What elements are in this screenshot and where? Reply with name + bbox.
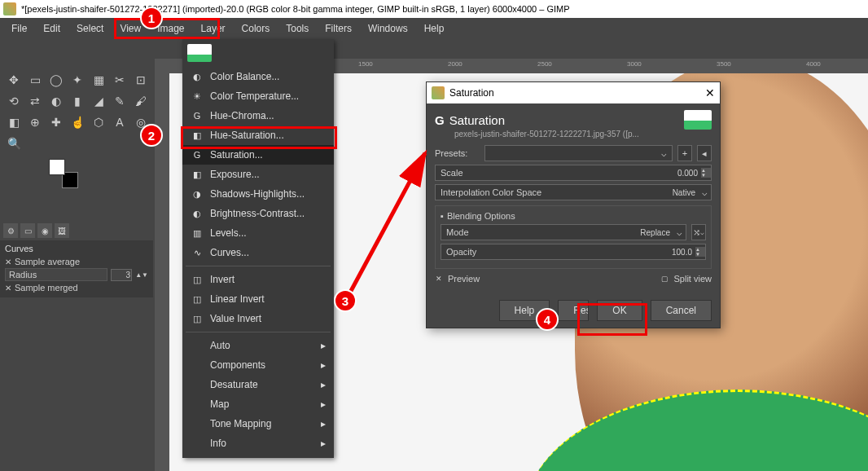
menubar: File Edit Select View Image Layer Colors… (0, 18, 868, 39)
dialog-icon (432, 86, 445, 99)
tab-images[interactable]: 🖼 (55, 223, 69, 238)
preset-menu-button[interactable]: ◂ (697, 145, 712, 161)
menu-view[interactable]: View (112, 20, 149, 37)
opacity-input[interactable]: Opacity 100.0 ▲▼ (441, 244, 706, 260)
close-icon[interactable]: ✕ (5, 284, 11, 293)
menu-select[interactable]: Select (68, 20, 112, 37)
ok-button[interactable]: OK (597, 300, 642, 321)
chevron-right-icon: ▸ (321, 418, 326, 429)
menu-components[interactable]: Components▸ (182, 355, 334, 375)
chevron-down-icon: ⌵ (699, 187, 711, 198)
scale-input[interactable]: Scale 0.000 ▲▼ (435, 165, 712, 181)
menu-color-temperature[interactable]: ☀Color Temperature... (182, 86, 334, 106)
dialog-subtitle: pexels-justin-shaifer-501272-1222271.jpg… (454, 130, 712, 139)
fg-bg-colors[interactable] (49, 159, 78, 188)
fg-color-swatch[interactable] (49, 159, 65, 175)
close-icon[interactable]: ✕ (5, 258, 11, 266)
tab-device[interactable]: ▭ (20, 223, 35, 238)
menu-tools[interactable]: Tools (278, 20, 317, 37)
tool-crop[interactable]: ✂ (109, 69, 130, 90)
tab-tool-options[interactable]: ⚙ (3, 223, 18, 238)
menu-curves[interactable]: ∿Curves... (182, 243, 334, 262)
tool-rect-select[interactable]: ▭ (24, 69, 46, 90)
menu-tone-mapping[interactable]: Tone Mapping▸ (182, 414, 334, 434)
dialog-titlebar[interactable]: Saturation ✕ (427, 82, 720, 103)
menu-help[interactable]: Help (416, 20, 453, 37)
menu-image[interactable]: Image (149, 20, 192, 37)
tool-fuzzy-select[interactable]: ✦ (67, 69, 88, 90)
tool-gradient[interactable]: ◢ (88, 90, 109, 112)
mode-combo[interactable]: Mode Replace ⌵ (441, 224, 686, 240)
menu-color-balance[interactable]: ◐Color Balance... (182, 67, 334, 86)
menu-file[interactable]: File (3, 20, 35, 37)
cancel-button[interactable]: Cancel (651, 300, 712, 321)
menu-layer[interactable]: Layer (193, 20, 234, 37)
help-button[interactable]: Help (499, 300, 550, 321)
sample-average-label: Sample average (15, 257, 80, 266)
menu-info[interactable]: Info▸ (182, 434, 334, 453)
interpolation-combo[interactable]: Interpolation Color Space Native ⌵ (435, 184, 712, 200)
menu-desaturate[interactable]: Desaturate▸ (182, 375, 334, 394)
presets-combo[interactable]: ⌵ (484, 145, 673, 161)
menu-hue-saturation[interactable]: ◧Hue-Saturation... (182, 125, 334, 145)
tool-smudge[interactable]: ☝ (67, 112, 88, 133)
app-icon (3, 2, 16, 15)
tool-perspective[interactable]: ◐ (46, 90, 67, 112)
tool-zoom[interactable]: 🔍 (3, 133, 24, 154)
chevron-right-icon: ▸ (321, 398, 326, 410)
tool-measure[interactable]: ◎ (130, 112, 151, 133)
tool-brush[interactable]: 🖌 (130, 90, 151, 112)
tool-text[interactable]: A (109, 112, 130, 133)
tool-free-select[interactable]: ◯ (46, 69, 67, 90)
menu-map[interactable]: Map▸ (182, 394, 334, 414)
radius-input[interactable] (111, 269, 132, 281)
tool-pencil[interactable]: ✎ (109, 90, 130, 112)
menu-linear-invert[interactable]: ◫Linear Invert (182, 289, 334, 309)
tool-eraser[interactable]: ◧ (3, 112, 24, 133)
menu-hue-chroma[interactable]: GHue-Chroma... (182, 106, 334, 125)
menu-value-invert[interactable]: ◫Value Invert (182, 309, 334, 328)
splitview-checkbox[interactable]: ▢ (661, 275, 669, 283)
tool-bucket[interactable]: ▮ (67, 90, 88, 112)
window-title: *[pexels-justin-shaifer-501272-1222271] … (21, 4, 570, 14)
dialog-heading: GSaturation (435, 110, 712, 130)
mode-switch-button[interactable]: ⤭⌵ (691, 224, 706, 240)
menu-colors[interactable]: Colors (234, 20, 278, 37)
preset-add-button[interactable]: + (677, 145, 692, 161)
menu-brightness-contrast[interactable]: ◐Brightness-Contrast... (182, 204, 334, 223)
chevron-down-icon: ⌵ (673, 227, 686, 238)
menu-invert[interactable]: ◫Invert (182, 270, 334, 289)
presets-label: Presets: (435, 148, 480, 158)
menu-auto[interactable]: Auto▸ (182, 336, 334, 355)
ruler-vertical (155, 73, 169, 471)
chevron-right-icon: ▸ (321, 359, 326, 371)
collapse-icon[interactable]: ▪ (441, 211, 444, 221)
tool-options-panel: Curves ✕Sample average Radius▲▼ ✕Sample … (0, 240, 153, 297)
tool-rotate[interactable]: ⊡ (130, 69, 151, 90)
menu-saturation[interactable]: GSaturation... (182, 145, 334, 165)
sample-merged-label: Sample merged (15, 283, 78, 293)
menu-levels[interactable]: ▥Levels... (182, 223, 334, 243)
menu-windows[interactable]: Windows (360, 20, 416, 37)
panel-title: Curves (5, 244, 148, 253)
tool-move[interactable]: ✥ (3, 69, 24, 90)
menu-exposure[interactable]: ◧Exposure... (182, 165, 334, 184)
window-titlebar: *[pexels-justin-shaifer-501272-1222271] … (0, 0, 868, 18)
colors-menu-dropdown: ◐Color Balance... ☀Color Temperature... … (182, 39, 334, 458)
menu-shadows-highlights[interactable]: ◑Shadows-Highlights... (182, 184, 334, 204)
menu-filters[interactable]: Filters (317, 20, 360, 37)
tool-path[interactable]: ⬡ (88, 112, 109, 133)
tool-clone[interactable]: ⊕ (24, 112, 46, 133)
tool-scissors[interactable]: ▦ (88, 69, 109, 90)
tab-brushes[interactable]: ◉ (37, 223, 52, 238)
close-icon[interactable]: ✕ (705, 86, 715, 99)
menu-edit[interactable]: Edit (35, 20, 68, 37)
splitview-label: Split view (674, 274, 712, 284)
layer-thumb (684, 110, 712, 130)
tool-heal[interactable]: ✚ (46, 112, 67, 133)
tool-scale[interactable]: ⟲ (3, 90, 24, 112)
tool-flip[interactable]: ⇄ (24, 90, 46, 112)
reset-button[interactable]: Reset (558, 300, 589, 321)
dockable-tabs: ⚙ ▭ ◉ 🖼 (0, 223, 69, 240)
preview-checkbox[interactable]: ✕ (435, 275, 443, 283)
